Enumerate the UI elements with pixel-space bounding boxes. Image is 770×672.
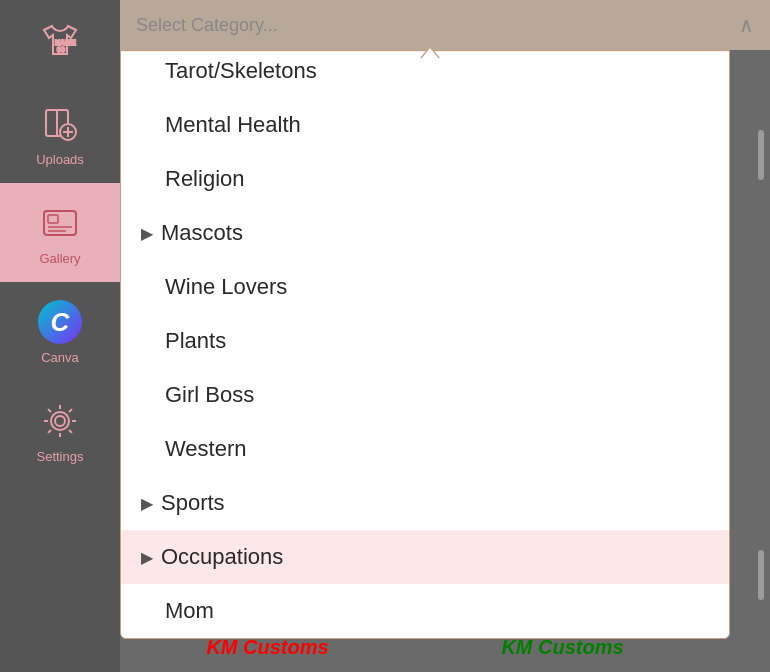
sidebar-item-settings[interactable]: Settings (0, 381, 120, 480)
dropdown-item-plants[interactable]: Plants (121, 314, 729, 368)
svg-rect-8 (48, 215, 58, 223)
dropdown-item-label: Mom (165, 598, 214, 624)
dropdown-item-mental-health[interactable]: Mental Health (121, 98, 729, 152)
dropdown-item-wine-lovers[interactable]: Wine Lovers (121, 260, 729, 314)
shirt-icon: NAME 00 (36, 16, 84, 64)
sidebar-item-settings-label: Settings (37, 449, 84, 464)
gallery-icon (36, 199, 84, 247)
dropdown-item-label: Mental Health (165, 112, 301, 138)
dropdown-item-label: Mascots (161, 220, 243, 246)
sidebar-item-gallery[interactable]: Gallery (0, 183, 120, 282)
main-content: Select Category... ∧ Tarot/SkeletonsMent… (120, 0, 770, 672)
dropdown-item-mom[interactable]: Mom (121, 584, 729, 638)
uploads-icon (36, 100, 84, 148)
scrollbar-indicator-2[interactable] (758, 550, 764, 600)
svg-text:NAME: NAME (55, 39, 76, 46)
settings-icon (36, 397, 84, 445)
dropdown-arrow (420, 46, 440, 58)
sidebar-item-nametag[interactable]: NAME 00 (0, 0, 120, 84)
sidebar-item-uploads-label: Uploads (36, 152, 84, 167)
svg-point-12 (51, 412, 69, 430)
dropdown-item-label: Occupations (161, 544, 283, 570)
dropdown-item-label: Plants (165, 328, 226, 354)
dropdown-item-label: Western (165, 436, 247, 462)
dropdown-item-label: Sports (161, 490, 225, 516)
select-category-placeholder: Select Category... (136, 15, 278, 36)
svg-text:00: 00 (57, 46, 65, 53)
svg-point-11 (55, 416, 65, 426)
chevron-up-icon: ∧ (739, 13, 754, 37)
dropdown-item-occupations[interactable]: ▶Occupations (121, 530, 729, 584)
dropdown-item-label: Tarot/Skeletons (165, 58, 317, 84)
sidebar-item-canva[interactable]: C Canva (0, 282, 120, 381)
dropdown-item-religion[interactable]: Religion (121, 152, 729, 206)
expand-arrow-icon: ▶ (141, 494, 153, 513)
expand-arrow-icon: ▶ (141, 224, 153, 243)
dropdown-item-sports[interactable]: ▶Sports (121, 476, 729, 530)
dropdown-item-label: Religion (165, 166, 245, 192)
sidebar-item-canva-label: Canva (41, 350, 79, 365)
sidebar-item-gallery-label: Gallery (39, 251, 80, 266)
dropdown-item-mascots[interactable]: ▶Mascots (121, 206, 729, 260)
dropdown-item-label: Girl Boss (165, 382, 254, 408)
sidebar-item-uploads[interactable]: Uploads (0, 84, 120, 183)
dropdown-list: Tarot/SkeletonsMental HealthReligion▶Mas… (120, 50, 730, 639)
sidebar: NAME 00 Uploads Gallery (0, 0, 120, 672)
expand-arrow-icon: ▶ (141, 548, 153, 567)
canva-icon: C (36, 298, 84, 346)
dropdown-item-girl-boss[interactable]: Girl Boss (121, 368, 729, 422)
dropdown-item-western[interactable]: Western (121, 422, 729, 476)
scrollbar-indicator[interactable] (758, 130, 764, 180)
select-category-bar[interactable]: Select Category... ∧ (120, 0, 770, 50)
dropdown-item-label: Wine Lovers (165, 274, 287, 300)
